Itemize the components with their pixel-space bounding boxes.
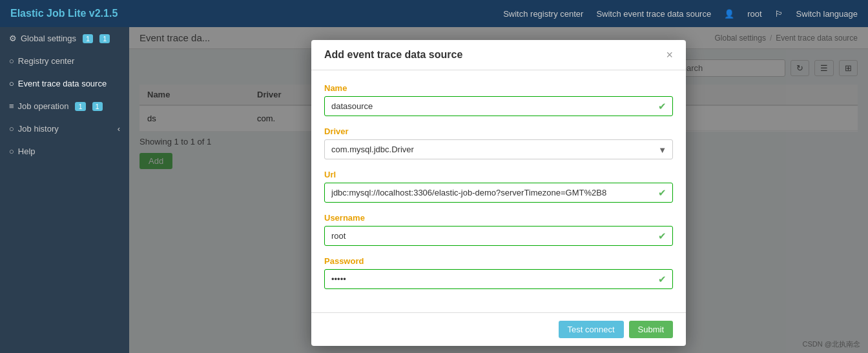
gear-icon: ⚙ — [9, 34, 17, 43]
form-group-username: Username ✔ — [324, 213, 673, 246]
username-label: Username — [324, 213, 673, 223]
navbar-right: Switch registry center Switch event trac… — [503, 9, 858, 19]
form-group-driver: Driver com.mysql.jdbc.Driver ▼ — [324, 126, 673, 159]
submit-button[interactable]: Submit — [629, 321, 673, 338]
url-input-wrap: ✔ — [324, 183, 673, 203]
app-brand: Elastic Job Lite v2.1.5 — [10, 8, 118, 19]
sidebar-badge-4: 1 — [92, 102, 103, 111]
modal-header: Add event trace data source × — [311, 40, 686, 70]
sidebar-label-global-settings: Global settings — [21, 34, 76, 43]
chevron-icon: ‹ — [118, 124, 120, 134]
username-input[interactable] — [324, 226, 673, 246]
modal-title: Add event trace data source — [324, 49, 462, 61]
modal-footer: Test connect Submit — [311, 312, 686, 346]
password-input[interactable] — [324, 269, 673, 289]
password-input-wrap: ✔ — [324, 269, 673, 289]
sidebar-label-registry: Registry center — [18, 56, 74, 66]
driver-select[interactable]: com.mysql.jdbc.Driver — [324, 139, 673, 159]
sidebar-label-event-trace: Event trace data source — [18, 79, 107, 88]
name-input[interactable] — [324, 96, 673, 116]
modal-overlay: Add event trace data source × Name ✔ — [129, 27, 868, 353]
url-check-icon: ✔ — [658, 187, 666, 199]
sidebar-label-job-operation: Job operation — [18, 101, 69, 111]
circle-icon-1: ○ — [9, 56, 14, 66]
switch-event-link[interactable]: Switch event trace data source — [596, 9, 711, 19]
switch-language-link[interactable]: Switch language — [796, 9, 858, 19]
modal-close-button[interactable]: × — [666, 49, 673, 61]
form-group-password: Password ✔ — [324, 256, 673, 289]
list-icon: ≡ — [9, 101, 14, 111]
sidebar-label-help: Help — [18, 146, 36, 156]
url-label: Url — [324, 170, 673, 179]
test-connect-button[interactable]: Test connect — [559, 321, 624, 338]
sidebar-badge-3: 1 — [75, 102, 85, 111]
app-layout: ⚙ Global settings 1 1 ○ Registry center … — [0, 27, 868, 353]
driver-select-wrap: com.mysql.jdbc.Driver ▼ — [324, 139, 673, 159]
sidebar-item-job-history[interactable]: ○ Job history ‹ — [0, 117, 129, 140]
form-group-url: Url ✔ — [324, 170, 673, 203]
sidebar-item-event-trace[interactable]: ○ Event trace data source — [0, 72, 129, 95]
sidebar-item-help[interactable]: ○ Help — [0, 140, 129, 163]
switch-registry-link[interactable]: Switch registry center — [503, 9, 583, 19]
modal-body: Name ✔ Driver com.mysql.jdbc.Driver — [311, 70, 686, 312]
name-label: Name — [324, 83, 673, 93]
user-icon: 👤 — [724, 9, 734, 19]
main-content: Event trace da... Global settings / Even… — [129, 27, 868, 353]
username-check-icon: ✔ — [658, 230, 666, 242]
sidebar-badge-1: 1 — [83, 34, 93, 43]
circle-icon-2: ○ — [9, 79, 14, 88]
username-input-wrap: ✔ — [324, 226, 673, 246]
name-input-wrap: ✔ — [324, 96, 673, 116]
sidebar-item-job-operation[interactable]: ≡ Job operation 1 1 — [0, 95, 129, 117]
name-check-icon: ✔ — [658, 101, 666, 112]
sidebar-label-job-history: Job history — [18, 124, 59, 134]
url-input[interactable] — [324, 183, 673, 203]
flag-icon: 🏳 — [775, 9, 783, 19]
circle-icon-3: ○ — [9, 124, 14, 134]
navbar: Elastic Job Lite v2.1.5 Switch registry … — [0, 0, 868, 27]
password-check-icon: ✔ — [658, 274, 666, 285]
sidebar: ⚙ Global settings 1 1 ○ Registry center … — [0, 27, 129, 353]
sidebar-item-registry-center[interactable]: ○ Registry center — [0, 50, 129, 72]
sidebar-item-global-settings[interactable]: ⚙ Global settings 1 1 — [0, 27, 129, 50]
form-group-name: Name ✔ — [324, 83, 673, 116]
driver-label: Driver — [324, 126, 673, 136]
user-label: root — [747, 9, 761, 19]
sidebar-badge-2: 1 — [99, 34, 110, 43]
circle-icon-4: ○ — [9, 146, 14, 156]
modal: Add event trace data source × Name ✔ — [311, 40, 686, 346]
password-label: Password — [324, 256, 673, 266]
